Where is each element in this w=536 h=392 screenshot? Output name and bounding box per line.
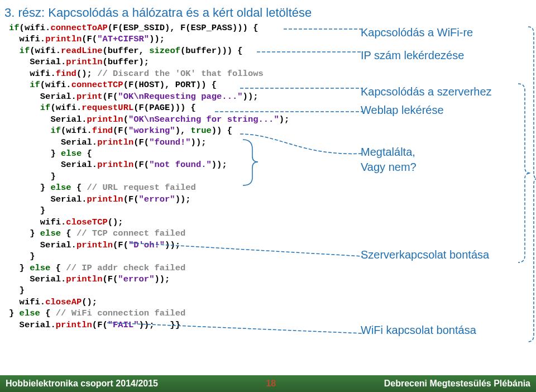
t: (wifi. — [20, 23, 51, 33]
t: (F(PAGE))) { — [133, 103, 196, 113]
t: } — [9, 251, 35, 261]
fn: requestURL — [82, 103, 133, 113]
fn: println — [45, 34, 82, 44]
anno-found-2: Vagy nem? — [361, 160, 532, 175]
fn: connectTCP — [71, 80, 123, 90]
t: } — [9, 228, 40, 238]
t: wifi. — [9, 69, 56, 79]
anno-wifi-connect: Kapcsolódás a WiFi-re — [361, 25, 532, 40]
t: (wifi. — [61, 126, 92, 136]
fn: connectToAP — [50, 23, 107, 33]
t: (buffer))) { — [180, 46, 243, 56]
t: wifi. — [9, 34, 45, 44]
fn: closeAP — [45, 297, 82, 307]
t: )); — [154, 274, 170, 284]
str: "D'oh!" — [128, 240, 165, 250]
fn: println — [76, 240, 113, 250]
t: } — [9, 183, 50, 193]
t: Serial. — [9, 194, 87, 204]
t: (F( — [113, 240, 128, 250]
t: { — [82, 149, 92, 159]
kw: true — [191, 126, 212, 136]
t: Serial. — [9, 137, 97, 147]
anno-wifi-close: WiFi kapcsolat bontása — [361, 323, 532, 338]
footer-right: Debreceni Megtestesülés Plébánia — [384, 379, 530, 389]
str: "error" — [118, 274, 154, 284]
kw: else — [61, 149, 82, 159]
t: (F(ESP_SSID), F(ESP_PASS))) { — [108, 23, 259, 33]
t: Serial. — [9, 92, 76, 102]
footer-page-number: 18 — [266, 379, 276, 389]
t: ), — [175, 126, 191, 136]
t: )) { — [212, 126, 232, 136]
t: Serial. — [9, 240, 76, 250]
cmt: // IP addr check failed — [66, 263, 185, 273]
t: (F( — [123, 194, 139, 204]
fn: readLine — [61, 46, 102, 56]
t: Serial. — [9, 320, 56, 330]
t: (F( — [82, 34, 97, 44]
kw: else — [40, 228, 61, 238]
t: Serial. — [9, 274, 66, 284]
t: } — [9, 149, 61, 159]
t: (wifi. — [40, 80, 71, 90]
t: )); — [191, 137, 207, 147]
str: "not found." — [149, 160, 212, 170]
t: )); — [165, 240, 180, 250]
kw: if — [9, 103, 50, 113]
t: } — [9, 205, 45, 216]
t: (F(HOST), PORT)) { — [123, 80, 217, 90]
t: } — [9, 285, 25, 295]
fn: println — [87, 114, 123, 125]
anno-server-connect: Kapcsolódás a szerverhez — [361, 84, 532, 99]
fn: find — [92, 126, 113, 136]
t: (F( — [133, 160, 149, 170]
t: (); — [108, 217, 123, 227]
t: (); — [82, 297, 97, 307]
t: )); — [175, 194, 191, 204]
t: { — [40, 308, 56, 318]
fn: println — [66, 274, 102, 284]
t: wifi. — [9, 217, 66, 227]
code-column: if(wifi.connectToAP(F(ESP_SSID), F(ESP_P… — [9, 22, 350, 341]
str: "OK\nSearching for string..." — [128, 114, 279, 125]
anno-ip-query: IP szám lekérdezése — [361, 48, 532, 63]
t: (buffer, — [102, 46, 149, 56]
anno-webpage-fetch: Weblap lekérése — [361, 103, 532, 118]
t: (F( — [102, 274, 118, 284]
str: "working" — [128, 126, 175, 136]
t: )); — [243, 92, 259, 102]
cmt: // TCP connect failed — [76, 228, 185, 238]
fn: println — [97, 137, 133, 147]
cmt: // WiFi connection failed — [56, 308, 186, 318]
t: Serial. — [9, 160, 97, 170]
t: )); — [149, 34, 165, 44]
kw: else — [30, 263, 50, 273]
t: wifi. — [9, 297, 45, 307]
kw: if — [9, 126, 61, 136]
kw: sizeof — [149, 46, 180, 56]
cmt: // Discard the 'OK' that follows — [97, 69, 264, 79]
fn: print — [76, 92, 103, 102]
fn: println — [56, 320, 92, 330]
t: (); — [76, 69, 97, 79]
t: } — [9, 263, 30, 273]
fn: println — [97, 160, 133, 170]
kw: else — [50, 183, 71, 193]
t: (wifi. — [30, 46, 61, 56]
footer-left: Hobbielektronika csoport 2014/2015 — [6, 379, 158, 389]
slide-title: 3. rész: Kapcsolódás a hálózatra és a ké… — [0, 0, 536, 22]
fn: closeTCP — [66, 217, 107, 227]
t: } — [9, 308, 20, 318]
str: "AT+CIFSR" — [97, 34, 149, 44]
t: (wifi. — [50, 103, 82, 113]
str: "OK\nRequesting page..." — [118, 92, 242, 102]
str: "FAIL" — [108, 320, 139, 330]
fn: println — [87, 194, 123, 204]
t: { — [61, 228, 76, 238]
t: (F( — [92, 320, 108, 330]
t: (F( — [113, 126, 128, 136]
anno-server-close: Szerverkapcsolat bontása — [361, 247, 532, 262]
anno-found: Megtalálta, Vagy nem? — [361, 145, 532, 175]
t: )); — [212, 160, 227, 170]
